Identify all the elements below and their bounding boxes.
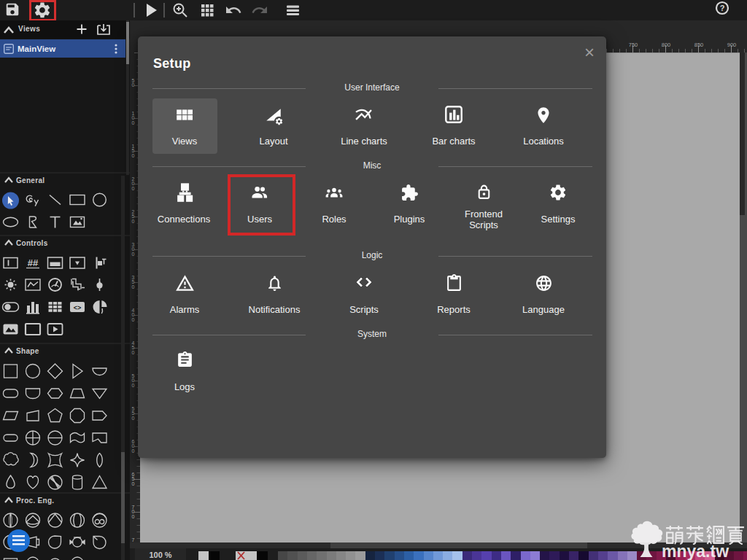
svg-text:General: General (16, 176, 44, 184)
svg-text:##: ## (28, 257, 39, 268)
svg-text:Controls: Controls (16, 239, 48, 247)
svg-text:Proc. Eng.: Proc. Eng. (16, 497, 54, 505)
svg-text:<>: <> (74, 304, 82, 311)
svg-text:?: ? (720, 4, 725, 12)
svg-text:Shape: Shape (16, 347, 39, 355)
